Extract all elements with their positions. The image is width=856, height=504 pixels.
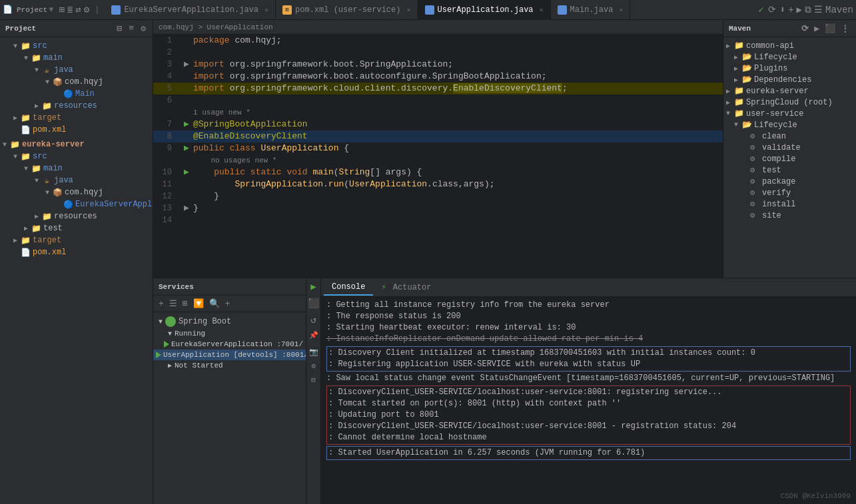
toolbar-refresh-icon[interactable]: ⟳ [768, 4, 776, 15]
project-dropdown-icon[interactable]: ▼ [49, 5, 53, 15]
maven-item-eureka-server[interactable]: ▶ 📁 eureka-server [723, 85, 856, 97]
maven-item-user-service[interactable]: ▼ 📁 user-service [723, 108, 856, 119]
maven-item-package[interactable]: ⚙ package [723, 176, 856, 187]
tree-item-src2[interactable]: ▼ 📁 src [0, 150, 153, 162]
camera-button[interactable]: 📷 [309, 348, 318, 356]
services-add-icon[interactable]: + [157, 298, 165, 310]
tab-main[interactable]: Main.java ✕ [551, 0, 631, 20]
project-tree: ▼ 📁 src ▼ 📁 main ▼ ☕ java ▼ [0, 37, 153, 504]
separator-1: | [95, 5, 99, 15]
eureka-app-label: EurekaServerApplication :7001/ [171, 340, 303, 348]
console-output: : Getting all instance registry info fro… [321, 297, 856, 504]
maven-item-lifecycle1[interactable]: ▶ 📂 Lifecycle [723, 51, 856, 63]
run-button[interactable]: ▶ [310, 281, 316, 292]
code-line-6: 6 [153, 95, 723, 107]
tree-item-test[interactable]: ▶ 📁 test [0, 222, 153, 234]
maven-item-clean[interactable]: ⚙ clean [723, 130, 856, 142]
tree-item-eureka-server-module[interactable]: ▼ 📁 eureka-server [0, 138, 153, 150]
maven-item-site[interactable]: ⚙ site [723, 210, 856, 221]
tree-item-resources2[interactable]: ▶ 📁 resources [0, 210, 153, 222]
tree-item-java2[interactable]: ▼ ☕ java [0, 174, 153, 186]
pin-button[interactable]: 📌 [309, 331, 318, 340]
log-line-4: : InstanceInfoReplicator onDemand update… [326, 334, 851, 345]
right-panel: com.hqyj > UserApplication 1 package com… [153, 20, 856, 504]
springboot-icon [165, 316, 176, 327]
layout-button[interactable]: ⊟ [311, 376, 316, 384]
tree-item-java[interactable]: ▼ ☕ java [0, 64, 153, 76]
tree-item-resources[interactable]: ▶ 📁 resources [0, 100, 153, 112]
tree-item-com-hqyj[interactable]: ▼ 📦 com.hqyj [0, 76, 153, 88]
maven-item-test[interactable]: ⚙ test [723, 164, 856, 176]
maven-item-springcloud[interactable]: ▶ 📁 SpringCloud (root) [723, 97, 856, 108]
tree-item-main[interactable]: ▼ 📁 main [0, 52, 153, 64]
tab-close-eureka[interactable]: ✕ [264, 6, 268, 14]
nav-icon-4[interactable]: ⚙ [84, 4, 89, 15]
services-new-icon[interactable]: + [224, 298, 232, 310]
project-icon[interactable]: 📄 [3, 5, 13, 15]
tab-actuator[interactable]: ⚡ Actuator [373, 280, 439, 295]
services-group-icon[interactable]: ⊞ [181, 298, 189, 310]
toolbar-add-icon[interactable]: + [788, 5, 793, 15]
maven-item-install[interactable]: ⚙ install [723, 198, 856, 210]
services-search-icon[interactable]: 🔍 [208, 298, 221, 310]
tab-console[interactable]: Console [324, 280, 373, 296]
toolbar-run-icon[interactable]: ▶ [797, 4, 802, 15]
sidebar-settings-icon[interactable]: ⚙ [139, 23, 147, 35]
nav-icon-3[interactable]: ⇄ [75, 4, 81, 15]
watermark: CSDN @Kelvin3999 [780, 492, 851, 500]
sidebar-collapse-icon[interactable]: ⊟ [116, 23, 124, 35]
tab-close-pom[interactable]: ✕ [406, 6, 410, 14]
svc-item-user-app[interactable]: UserApplication [devtools] :8001/ [153, 350, 306, 360]
eureka-run-icon [164, 341, 169, 348]
project-label: Project [17, 6, 47, 14]
tab-close-userapplication[interactable]: ✕ [540, 6, 544, 14]
tab-eureka[interactable]: EurekaServerApplication.java ✕ [105, 0, 276, 20]
svc-item-running[interactable]: ▼ Running [153, 328, 306, 339]
maven-item-deps1[interactable]: ▶ 📂 Dependencies [723, 74, 856, 85]
svc-item-springboot[interactable]: ▼ Spring Boot [153, 315, 306, 328]
maven-refresh-icon[interactable]: ⟳ [800, 23, 810, 35]
services-toolbar: + ☰ ⊞ 🔽 🔍 + [153, 296, 306, 312]
tree-item-main-java[interactable]: 🔵 Main [0, 88, 153, 100]
maven-item-compile[interactable]: ⚙ compile [723, 153, 856, 164]
user-app-label: UserApplication [devtools] :8001/ [163, 351, 306, 359]
nav-icon-1[interactable]: ⊞ [59, 4, 64, 15]
editor-maven-split: com.hqyj > UserApplication 1 package com… [153, 20, 856, 278]
maven-item-verify[interactable]: ⚙ verify [723, 187, 856, 198]
tree-item-eureka-app[interactable]: 🔵 EurekaServerApplic… [0, 198, 153, 210]
toolbar-window-icon[interactable]: ⧉ [805, 5, 811, 15]
maven-stop-icon[interactable]: ⬛ [823, 23, 837, 35]
tree-item-pom2[interactable]: 📄 pom.xml [0, 246, 153, 258]
svc-item-not-started[interactable]: ▶ Not Started [153, 360, 306, 371]
tree-item-com-hqyj2[interactable]: ▼ 📦 com.hqyj [0, 186, 153, 198]
maven-item-lifecycle2[interactable]: ▼ 📂 Lifecycle [723, 119, 856, 130]
maven-run-icon[interactable]: ▶ [813, 23, 821, 35]
maven-item-validate[interactable]: ⚙ validate [723, 142, 856, 153]
tree-item-target[interactable]: ▶ 📁 target [0, 112, 153, 124]
maven-item-plugins1[interactable]: ▶ 📂 Plugins [723, 63, 856, 74]
maven-item-common-api[interactable]: ▶ 📁 common-api [723, 40, 856, 51]
toolbar-download-icon[interactable]: ⬇ [780, 4, 785, 15]
tree-item-src[interactable]: ▼ 📁 src [0, 40, 153, 52]
log-line-1: : Getting all instance registry info fro… [326, 300, 851, 311]
tab-userapplication[interactable]: UserApplication.java ✕ [418, 0, 551, 20]
nav-icon-2[interactable]: ≣ [67, 4, 73, 15]
tree-item-main2[interactable]: ▼ 📁 main [0, 162, 153, 174]
tab-close-main[interactable]: ✕ [619, 6, 623, 14]
settings-button2[interactable]: ⚙ [311, 362, 316, 370]
code-line-7-meta: 1 usage new * [153, 107, 723, 119]
toolbar-settings-icon[interactable]: ☰ [814, 4, 823, 15]
tab-pom[interactable]: m pom.xml (user-service) ✕ [276, 0, 418, 20]
stop-button[interactable]: ⬛ [308, 298, 319, 309]
svc-item-eureka-app[interactable]: EurekaServerApplication :7001/ [153, 339, 306, 350]
maven-more-icon[interactable]: ⋮ [839, 23, 851, 35]
tree-item-pom[interactable]: 📄 pom.xml [0, 124, 153, 136]
tree-item-target2[interactable]: ▶ 📁 target [0, 234, 153, 246]
services-filter-icon[interactable]: 🔽 [192, 298, 205, 310]
console-panel: Console ⚡ Actuator : Getting all instanc… [321, 278, 856, 504]
services-list-icon[interactable]: ☰ [168, 298, 179, 310]
sidebar-title: Project [5, 25, 36, 33]
sidebar-sort-icon[interactable]: ≡ [127, 23, 135, 34]
code-line-2: 2 [153, 47, 723, 59]
rerun-button[interactable]: ↺ [310, 314, 316, 326]
